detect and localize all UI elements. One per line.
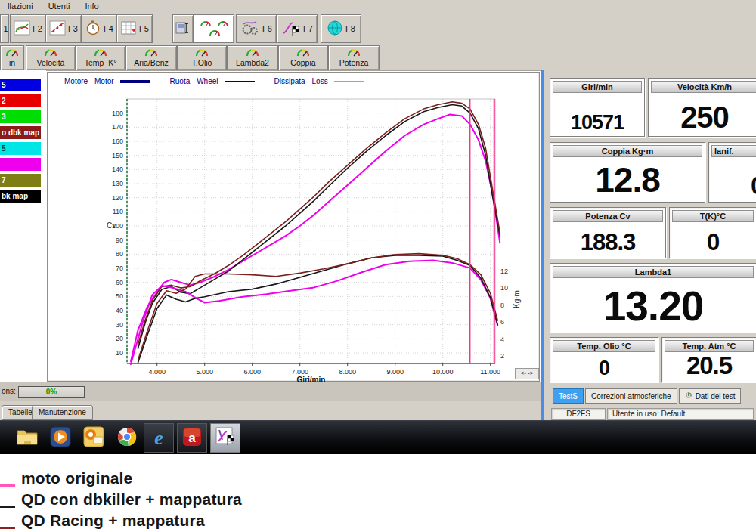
svg-text:10: 10 [500, 284, 508, 292]
svg-text:150: 150 [112, 152, 123, 159]
svg-text:130: 130 [112, 180, 123, 187]
test-slot-3[interactable]: 3 [0, 110, 41, 123]
tab-tests[interactable]: TestS [553, 388, 584, 404]
readout-temp-atm-value: 20.5 [662, 351, 756, 380]
taskbar-red-a-app[interactable]: a [177, 423, 207, 453]
series-moto-originale-potenza [131, 115, 500, 362]
f6-button[interactable]: F6 [236, 14, 277, 43]
svg-text:20: 20 [116, 335, 123, 342]
readout-temp-olio: Temp. Olio °C 0 [550, 337, 658, 382]
legend-row-1: QD con dbkiller + mappatura [0, 489, 242, 510]
tab-correzioni-label: Correzioni atmosferiche [591, 392, 671, 401]
sensor-tab-coppia[interactable]: Coppia [278, 45, 328, 70]
f8-button-label: F8 [345, 24, 355, 33]
sensor-tab-aria-benz[interactable]: Aria/Benz [125, 45, 177, 70]
sensor-tab-t-olio[interactable]: T.Olio [177, 45, 227, 70]
test-slot-2[interactable]: 2 [0, 94, 41, 107]
pan-button[interactable]: <- -> [515, 368, 539, 379]
menu-item-installazioni[interactable]: llazioni [0, 2, 41, 11]
taskbar-explorer[interactable] [12, 423, 42, 453]
sensor-tab-in[interactable]: in [0, 45, 24, 70]
f2-button[interactable]: F2 [10, 14, 46, 43]
readout-coppia-value: 12.8 [550, 159, 705, 200]
red-a-app-icon: a [181, 426, 203, 450]
readout-lambda-value: 13.20 [550, 282, 756, 330]
f7-button[interactable]: F7 [277, 14, 318, 43]
media-player-icon [50, 426, 71, 450]
readout-temp-olio-label: Temp. Olio °C [553, 340, 655, 352]
sensor-tab-temp-k-[interactable]: Temp_K° [76, 45, 125, 70]
svg-text:4: 4 [500, 336, 504, 343]
legend-label: moto originale [21, 468, 132, 489]
globe-icon [327, 20, 343, 38]
svg-text:12: 12 [500, 268, 508, 275]
dots-chart-icon [49, 20, 66, 37]
svg-text:180: 180 [112, 110, 123, 117]
svg-text:Kg·m: Kg·m [513, 290, 521, 308]
menu-item-utenti[interactable]: Utenti [41, 2, 78, 11]
status-user: Utente in uso: Default [607, 408, 754, 420]
taskbar-outlook[interactable] [79, 423, 109, 453]
dyno-chart[interactable]: 1020304050607080901001101201301401501601… [48, 73, 541, 382]
f5-button-label: F5 [139, 24, 149, 33]
sensor-tab-lambda2[interactable]: Lambda2 [227, 45, 278, 70]
test-slot-1[interactable]: 5 [0, 79, 41, 91]
f3-button[interactable]: F3 [45, 14, 82, 43]
f4-button[interactable]: F4 [81, 14, 117, 43]
test-slot-7[interactable]: 7 [0, 174, 41, 187]
readout-velocita: Velocità Km/h 250 [648, 78, 756, 137]
right-tab-bar: TestS Correzioni atmosferiche Dati dei t… [553, 388, 741, 404]
sensor-tab-label: T.Olio [192, 58, 212, 67]
f8-button[interactable]: F8 [321, 14, 361, 43]
sensor-tab-label: Coppia [290, 58, 315, 67]
gauge-icon [94, 48, 107, 58]
taskbar-media-player[interactable] [45, 423, 76, 453]
gauge-icon [5, 48, 19, 58]
taskbar-dyno-app[interactable] [210, 423, 240, 453]
f2-button-label: F2 [33, 24, 42, 33]
sensor-tab-potenza[interactable]: Potenza [328, 45, 380, 70]
svg-text:30: 30 [116, 321, 123, 329]
text-cursor-icon [175, 20, 191, 37]
engine-gears-icon [240, 20, 260, 38]
test-slot-4[interactable]: o dbk map [0, 126, 41, 139]
progress-label: ons: [2, 387, 16, 395]
right-status-bar: DF2FS Utente in uso: Default [551, 408, 754, 420]
readout-manifold-label: lanif. [711, 145, 756, 157]
readout-potenza-value: 188.3 [550, 229, 665, 256]
dyno-chart-panel: Motore - MotorRuota - WheelDissipata - L… [47, 72, 540, 382]
text-select-button[interactable] [172, 14, 194, 43]
menu-item-info[interactable]: Info [77, 2, 106, 11]
svg-text:140: 140 [112, 165, 123, 173]
sensor-tab-velocit-[interactable]: Velocità [26, 45, 76, 70]
svg-text:8.000: 8.000 [339, 368, 356, 376]
tab-dati-label: Dati dei test [696, 392, 736, 401]
legend-row-0: moto originale [0, 468, 132, 489]
readout-tk-label: T(K)°C [672, 210, 754, 222]
taskbar-internet-explorer[interactable]: e [144, 423, 174, 453]
tab-dati-del-test[interactable]: Dati dei test [679, 388, 742, 404]
f3-button-label: F3 [68, 24, 78, 33]
f4-button-label: F4 [104, 24, 113, 33]
f5-button[interactable]: F5 [116, 14, 153, 43]
app-window: llazioni Utenti Info 1F2F3F4F5F6F7F8 inV… [0, 0, 756, 532]
legend-label: QD con dbkiller + mappatura [21, 489, 242, 510]
svg-text:2: 2 [500, 352, 504, 360]
test-slot-8[interactable]: bk map [0, 190, 41, 203]
gauges-button[interactable] [194, 14, 234, 43]
sensor-tab-label: Temp_K° [85, 58, 117, 67]
readout-manifold-value: 0 [709, 171, 756, 200]
readout-giri-label: Giri/min [553, 81, 642, 93]
svg-text:40: 40 [116, 307, 123, 314]
tab-manutenzione[interactable]: Manutenzione [32, 405, 93, 420]
test-slot-6[interactable] [0, 158, 41, 171]
f1-button-partial[interactable]: 1 [0, 14, 9, 43]
readout-temp-atm-label: Temp. Atm °C [665, 340, 754, 352]
tab-tests-label: TestS [559, 392, 578, 401]
chrome-icon [116, 426, 138, 450]
svg-text:60: 60 [116, 279, 123, 286]
test-slot-5[interactable]: 5 [0, 142, 41, 155]
taskbar-chrome[interactable] [112, 423, 142, 453]
tab-correzioni-atmosferiche[interactable]: Correzioni atmosferiche [585, 388, 677, 404]
explorer-icon [16, 427, 39, 450]
